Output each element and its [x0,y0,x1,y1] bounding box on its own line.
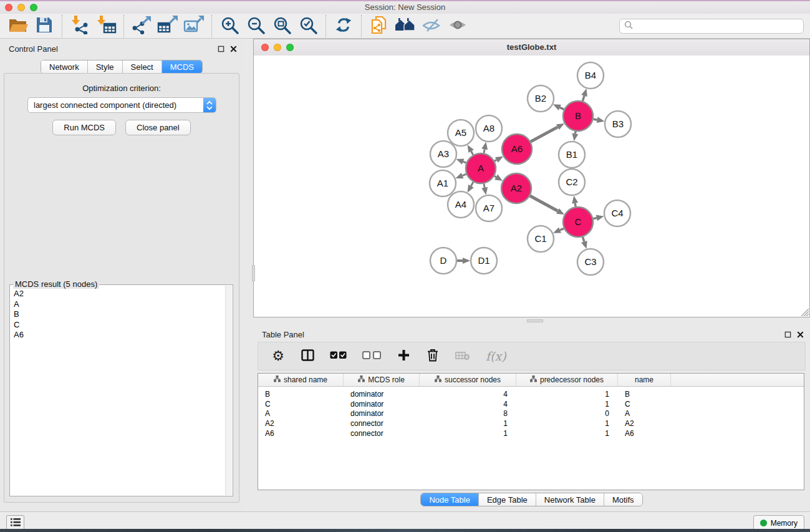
hide-selection-button[interactable] [418,16,445,37]
graph-node-B3[interactable]: B3 [605,111,631,137]
first-neighbors-button[interactable] [392,16,418,37]
graph-node-A3[interactable]: A3 [430,141,456,167]
graph-edge-A-A1[interactable] [463,174,466,175]
import-table-button[interactable] [93,16,119,37]
mcds-result-list[interactable]: A2ABCA6 [11,289,225,495]
tab-style[interactable]: Style [88,60,123,73]
export-network-button[interactable] [128,16,155,37]
graph-node-C3[interactable]: C3 [577,249,604,275]
graph-node-A4[interactable]: A4 [448,191,474,218]
graph-node-B2[interactable]: B2 [528,85,554,112]
graph-edge-C-C4[interactable] [593,218,596,218]
mcds-result-item[interactable]: B [11,309,225,320]
graph-node-A5[interactable]: A5 [448,120,474,146]
mcds-result-item[interactable]: C [11,320,225,331]
splitter-handle[interactable] [252,265,255,281]
graph-node-A6[interactable]: A6 [502,134,532,164]
graph-node-A1[interactable]: A1 [430,170,456,196]
mcds-result-item[interactable]: A2 [11,289,225,299]
graph-edge-B-B1[interactable] [575,132,576,134]
criterion-dropdown[interactable]: largest connected component (directed) [27,97,216,113]
table-row[interactable]: Adominator80A [258,409,804,419]
graph-edge-A6-B[interactable] [531,127,558,142]
float-panel-icon[interactable] [784,331,792,339]
tab-mcds[interactable]: MCDS [162,60,202,73]
graph-node-A2[interactable]: A2 [501,173,531,203]
search-input[interactable] [636,21,799,31]
graph-edge-A-A7[interactable] [484,184,485,188]
tab-select[interactable]: Select [123,60,162,73]
column-header-shared-name[interactable]: shared name [258,374,344,386]
resize-grip-icon[interactable] [799,307,809,316]
tab-network-table[interactable]: Network Table [536,493,604,506]
graph-node-D1[interactable]: D1 [471,248,497,274]
import-network-button[interactable] [67,16,93,37]
tab-edge-table[interactable]: Edge Table [479,493,536,506]
network-canvas[interactable]: B4B2BB3A5A8A6B1A3AA1A2C2A4A7C4CC1C3DD1 [254,56,809,317]
tab-motifs[interactable]: Motifs [604,493,642,506]
tab-network[interactable]: Network [41,60,88,73]
graph-edge-A-A3[interactable] [463,162,466,163]
zoom-in-button[interactable] [216,16,243,37]
save-session-button[interactable] [31,16,57,37]
close-panel-button[interactable]: Close panel [125,120,191,135]
select-all-button[interactable] [330,351,347,361]
graph-edge-A-A8[interactable] [484,149,485,153]
mcds-result-item[interactable]: A [11,299,225,310]
column-header-mcds-role[interactable]: MCDS role [344,374,420,386]
graph-node-C1[interactable]: C1 [528,226,554,252]
column-header-predecessor-nodes[interactable]: predecessor nodes [516,374,618,386]
zoom-selected-button[interactable] [295,16,321,37]
unselect-all-button[interactable] [362,351,381,361]
new-network-from-selection-button[interactable] [366,16,392,37]
float-panel-icon[interactable] [217,45,225,53]
splitter-handle[interactable] [527,319,543,322]
add-column-button[interactable] [397,349,410,363]
table-row[interactable]: A2connector11A2 [258,418,804,428]
graph-node-C2[interactable]: C2 [559,169,585,195]
mcds-result-item[interactable]: A6 [11,330,225,341]
graph-edge-A-A4[interactable] [471,182,473,186]
open-session-button[interactable] [5,16,31,37]
graph-node-B[interactable]: B [563,101,593,131]
zoom-out-button[interactable] [243,16,269,37]
graph-edge-C-C3[interactable] [583,237,584,242]
graph-edge-B-B4[interactable] [582,96,584,102]
table-row[interactable]: Cdominator41C [258,399,804,409]
graph-edge-A-A2[interactable] [494,176,496,177]
show-all-button[interactable] [445,16,471,37]
run-mcds-button[interactable]: Run MCDS [52,120,116,135]
show-column-button[interactable] [301,349,314,363]
graph-node-C[interactable]: C [563,207,593,237]
graph-edge-B-B3[interactable] [594,119,597,120]
graph-node-C4[interactable]: C4 [604,200,630,226]
zoom-fit-button[interactable] [269,16,295,37]
close-panel-icon[interactable] [229,45,238,53]
graph-edge-B-B2[interactable] [560,107,564,109]
tab-node-table[interactable]: Node Table [421,493,479,506]
graph-node-A8[interactable]: A8 [476,115,502,142]
search-field[interactable] [619,19,804,34]
export-image-button[interactable] [181,16,207,37]
network-graph[interactable]: B4B2BB3A5A8A6B1A3AA1A2C2A4A7C4CC1C3DD1 [254,56,809,317]
graph-edge-C-C1[interactable] [560,228,564,230]
graph-node-B4[interactable]: B4 [577,62,604,89]
delete-column-button[interactable] [426,349,440,364]
graph-edge-A-A6[interactable] [494,160,496,161]
graph-node-B1[interactable]: B1 [559,142,585,168]
column-header-name[interactable]: name [618,374,671,386]
table-settings-button[interactable]: ⚙ [271,349,285,363]
graph-edge-A-A5[interactable] [471,152,473,155]
export-table-button[interactable] [155,16,181,37]
close-panel-icon[interactable] [796,331,804,339]
graph-node-A7[interactable]: A7 [476,195,502,221]
column-header-successor-nodes[interactable]: successor nodes [420,374,516,386]
table-row[interactable]: A6connector11A6 [258,428,804,438]
graph-node-D[interactable]: D [430,248,456,274]
graph-edge-C-C2[interactable] [575,203,576,207]
apply-layout-button[interactable] [330,16,357,37]
result-scrollbar[interactable] [225,286,232,495]
graph-edge-A2-C[interactable] [530,196,558,211]
table-row[interactable]: Bdominator41B [258,389,804,399]
graph-node-A[interactable]: A [466,153,496,183]
